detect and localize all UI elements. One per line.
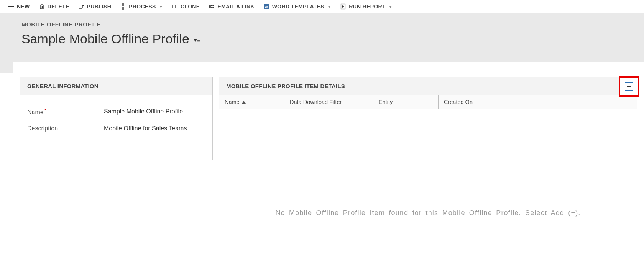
new-label: NEW (17, 3, 30, 10)
report-icon (340, 3, 347, 10)
link-icon (208, 3, 215, 10)
run-report-label: RUN REPORT (349, 3, 386, 10)
svg-rect-2 (40, 5, 43, 9)
chevron-down-icon: ▼ (327, 5, 331, 9)
process-button[interactable]: PROCESS ▼ (120, 3, 163, 10)
column-entity[interactable]: Entity (373, 95, 439, 109)
general-information-panel: GENERAL INFORMATION Name* Sample Mobile … (20, 77, 213, 160)
publish-button[interactable]: PUBLISH (78, 3, 112, 10)
item-details-panel: MOBILE OFFLINE PROFILE ITEM DETAILS Name… (219, 77, 637, 225)
details-panel-header: MOBILE OFFLINE PROFILE ITEM DETAILS (219, 77, 637, 95)
details-panel-title: MOBILE OFFLINE PROFILE ITEM DETAILS (226, 83, 345, 89)
title-dropdown-icon[interactable]: ▾≡ (194, 35, 200, 44)
clone-icon (171, 3, 178, 10)
name-label: Name* (27, 107, 104, 116)
svg-rect-8 (122, 4, 124, 5)
command-bar: NEW DELETE PUBLISH PROCESS ▼ CLONE EMAIL… (0, 0, 644, 13)
svg-rect-12 (176, 5, 177, 8)
name-row: Name* Sample Mobile Offline Profile (27, 103, 205, 120)
grid-body: No Mobile Offline Profile Item found for… (219, 109, 637, 225)
column-created-on[interactable]: Created On (439, 95, 492, 109)
process-icon (120, 3, 127, 10)
clone-button[interactable]: CLONE (171, 3, 200, 10)
column-data-download-filter[interactable]: Data Download Filter (284, 95, 373, 109)
email-link-button[interactable]: EMAIL A LINK (208, 3, 254, 10)
column-spacer (492, 98, 637, 106)
email-link-label: EMAIL A LINK (217, 3, 254, 10)
svg-rect-7 (79, 7, 82, 9)
sort-ascending-icon (242, 101, 246, 104)
clone-label: CLONE (181, 3, 200, 10)
description-label: Description (27, 125, 104, 132)
run-report-button[interactable]: RUN REPORT ▼ (340, 3, 393, 10)
word-templates-button[interactable]: W WORD TEMPLATES ▼ (263, 3, 331, 10)
word-icon: W (263, 3, 270, 10)
word-templates-label: WORD TEMPLATES (272, 3, 324, 10)
chevron-down-icon: ▼ (389, 5, 393, 9)
grid-header-row: Name Data Download Filter Entity Created… (219, 95, 637, 109)
page-title: Sample Mobile Offline Profile (21, 31, 189, 46)
process-label: PROCESS (129, 3, 156, 10)
breadcrumb: MOBILE OFFLINE PROFILE (21, 21, 623, 28)
empty-grid-message: No Mobile Offline Profile Item found for… (227, 209, 629, 217)
add-item-button[interactable] (619, 76, 639, 97)
form-body: GENERAL INFORMATION Name* Sample Mobile … (13, 62, 644, 225)
page-title-row: Sample Mobile Offline Profile ▾≡ (21, 31, 623, 46)
plus-icon (8, 3, 15, 10)
svg-text:W: W (265, 5, 268, 9)
svg-rect-11 (172, 5, 174, 8)
svg-marker-16 (342, 5, 344, 8)
plus-icon (625, 82, 633, 91)
delete-button[interactable]: DELETE (38, 3, 69, 10)
column-name[interactable]: Name (219, 95, 284, 109)
trash-icon (38, 3, 45, 10)
new-button[interactable]: NEW (8, 3, 30, 10)
general-panel-title: GENERAL INFORMATION (20, 77, 212, 95)
name-value[interactable]: Sample Mobile Offline Profile (104, 108, 183, 115)
required-indicator: * (44, 107, 46, 113)
delete-label: DELETE (48, 3, 69, 10)
publish-icon (78, 3, 85, 10)
svg-rect-9 (122, 8, 124, 9)
description-value[interactable]: Mobile Offline for Sales Teams. (104, 125, 189, 132)
publish-label: PUBLISH (87, 3, 112, 10)
description-row: Description Mobile Offline for Sales Tea… (27, 120, 205, 136)
chevron-down-icon: ▼ (159, 5, 163, 9)
general-form-rows: Name* Sample Mobile Offline Profile Desc… (20, 95, 212, 160)
